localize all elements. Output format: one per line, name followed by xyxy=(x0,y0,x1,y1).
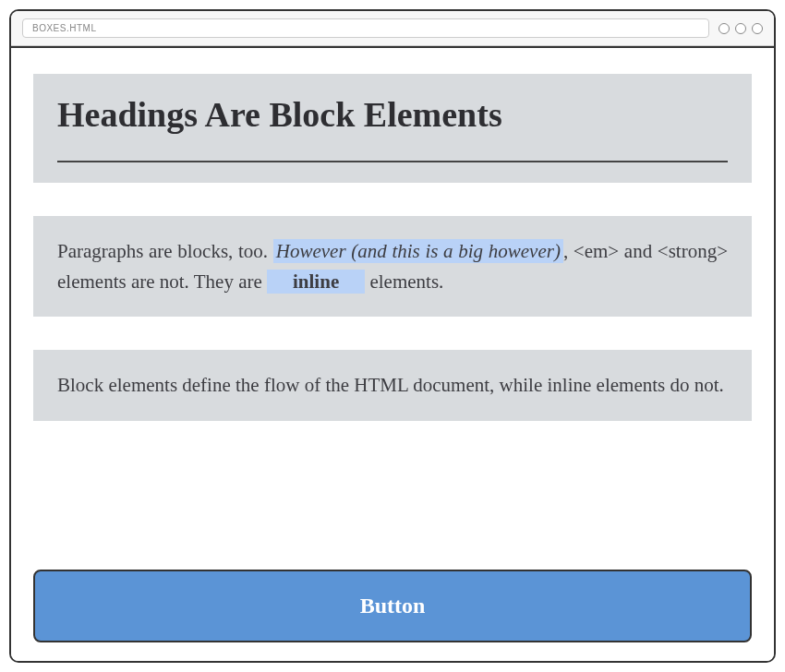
window-controls xyxy=(719,23,763,34)
paragraph-1: Paragraphs are blocks, too. However (and… xyxy=(57,236,728,296)
strong-text: inline xyxy=(267,270,365,294)
button-element[interactable]: Button xyxy=(33,570,752,642)
page-viewport: Headings Are Block Elements Paragraphs a… xyxy=(11,46,774,661)
paragraph-1-block: Paragraphs are blocks, too. However (and… xyxy=(33,216,752,317)
paragraph-2: Block elements define the flow of the HT… xyxy=(57,370,728,401)
maximize-icon[interactable] xyxy=(735,23,746,34)
browser-window: BOXES.HTML Headings Are Block Elements P… xyxy=(9,9,776,663)
close-icon[interactable] xyxy=(752,23,763,34)
paragraph-2-block: Block elements define the flow of the HT… xyxy=(33,350,752,421)
heading-block: Headings Are Block Elements xyxy=(33,74,752,183)
page-title: Headings Are Block Elements xyxy=(57,94,728,162)
paragraph-1-post: elements. xyxy=(365,270,443,293)
browser-titlebar: BOXES.HTML xyxy=(11,11,774,46)
minimize-icon[interactable] xyxy=(719,23,730,34)
emphasized-text: However (and this is a big however) xyxy=(273,239,563,263)
button-row: Button xyxy=(33,570,752,642)
address-bar[interactable]: BOXES.HTML xyxy=(22,18,709,38)
paragraph-1-pre: Paragraphs are blocks, too. xyxy=(57,240,273,262)
